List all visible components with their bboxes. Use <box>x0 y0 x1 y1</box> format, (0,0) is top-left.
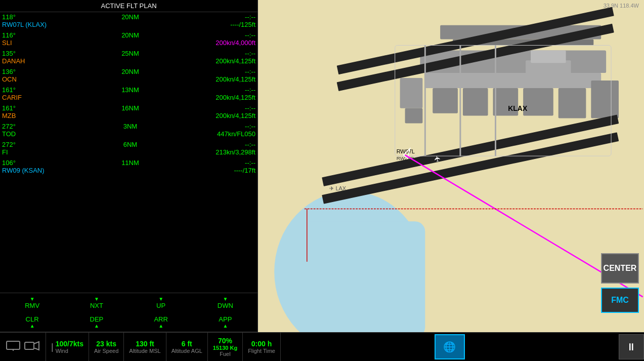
map-panel: 33.9N 118.4W <box>258 0 644 332</box>
time-5: --:-- <box>245 86 255 94</box>
airspeed-label: Air Speed <box>94 348 118 354</box>
speed-9: ----/17ft <box>234 167 255 174</box>
app-arrow: ▲ <box>223 323 228 329</box>
up-button[interactable]: ▼ UP <box>129 295 193 310</box>
fuel-kg: 15130 Kg <box>213 345 237 351</box>
altitude-agl-display: 6 ft Altitude AGL <box>166 333 208 361</box>
wind-label: Wind <box>56 348 83 354</box>
svg-rect-9 <box>523 88 553 116</box>
app-label: APP <box>219 315 232 323</box>
bearing-2: 116° <box>2 31 16 39</box>
pause-button[interactable]: ⏸ <box>619 334 644 359</box>
waypoint-8: FI <box>2 148 8 156</box>
svg-rect-13 <box>531 50 566 63</box>
svg-rect-5 <box>425 73 601 88</box>
dwn-button[interactable]: ▼ DWN <box>193 295 257 310</box>
globe-button[interactable]: 🌐 <box>435 334 465 359</box>
svg-rect-37 <box>25 342 34 349</box>
fp-bottom-buttons: CLR ▲ DEP ▲ ARR ▲ APP ▲ <box>0 312 257 332</box>
fuel-label: Fuel <box>220 351 230 357</box>
altitude-agl-value: 6 ft <box>182 340 192 348</box>
video-camera-icon[interactable] <box>24 341 39 353</box>
speed-7: 447kn/FL050 <box>217 130 255 138</box>
time-7: --:-- <box>245 123 255 130</box>
bearing-4: 136° <box>2 68 16 75</box>
wind-value: 100/7kts <box>56 340 83 348</box>
bearing-8: 272° <box>2 141 16 148</box>
fuel-percent: 70% <box>218 337 232 345</box>
screen-icon[interactable] <box>6 341 20 353</box>
flight-plan-list: 118° 20NM --:-- RW07L (KLAX) ----/125ft … <box>0 12 257 293</box>
time-6: --:-- <box>245 104 255 112</box>
nxt-button[interactable]: ▼ NXT <box>64 295 128 310</box>
pause-icon: ⏸ <box>626 341 636 353</box>
camera-controls <box>0 333 46 361</box>
svg-rect-11 <box>591 81 619 118</box>
dep-arrow: ▲ <box>94 323 99 329</box>
svg-marker-38 <box>34 342 39 350</box>
speed-8: 213kn/3,298ft <box>216 148 255 156</box>
waypoint-2: SLI <box>2 39 12 47</box>
speed-1: ----/125ft <box>230 21 255 28</box>
status-bar: | 100/7kts Wind 23 kts Air Speed 130 ft … <box>0 332 644 361</box>
svg-rect-20 <box>395 45 611 156</box>
altitude-msl-label: Altitude MSL <box>129 348 160 354</box>
time-2: --:-- <box>245 31 255 39</box>
time-9: --:-- <box>245 159 255 167</box>
speed-3: 200kn/4,125ft <box>216 57 255 65</box>
coords-text: 33.9N 118.4W <box>604 3 639 9</box>
app-button[interactable]: APP ▲ <box>193 314 257 330</box>
waypoint-7: TOD <box>2 130 16 138</box>
arr-arrow: ▲ <box>158 323 163 329</box>
arr-button[interactable]: ARR ▲ <box>129 314 193 330</box>
altitude-msl-value: 130 ft <box>136 340 154 348</box>
coords-display: 33.9N 118.4W <box>604 3 639 9</box>
list-item: 118° 20NM --:-- RW07L (KLAX) ----/125ft <box>2 13 255 28</box>
time-1: --:-- <box>245 13 255 21</box>
dist-5: 13NM <box>121 86 139 94</box>
svg-rect-17 <box>337 24 614 91</box>
fmc-label: FMC <box>611 296 629 305</box>
center-button[interactable]: CENTER <box>601 253 639 284</box>
dep-button[interactable]: DEP ▲ <box>64 314 128 330</box>
svg-rect-3 <box>453 39 593 46</box>
wind-display: | 100/7kts Wind <box>46 333 89 361</box>
dist-4: 20NM <box>121 68 139 75</box>
dist-2: 20NM <box>121 31 139 39</box>
waypoint-9: RW09 (KSAN) <box>2 167 45 174</box>
speed-2: 200kn/4,000ft <box>216 39 255 47</box>
wind-direction-indicator: | <box>51 342 54 352</box>
svg-rect-2 <box>440 25 601 39</box>
bearing-5: 161° <box>2 86 16 94</box>
speed-4: 200kn/4,125ft <box>216 75 255 83</box>
airspeed-display: 23 kts Air Speed <box>89 333 124 361</box>
list-item: 272° 3NM --:-- TOD 447kn/FL050 <box>2 123 255 138</box>
header-title: ACTIVE FLT PLAN <box>101 2 156 10</box>
clr-button[interactable]: CLR ▲ <box>0 314 64 330</box>
svg-rect-10 <box>559 88 586 118</box>
fp-top-buttons: ▼ RMV ▼ NXT ▼ UP ▼ DWN <box>0 293 257 312</box>
flight-time-display: 0:00 h Flight Time <box>243 333 281 361</box>
dist-6: 16NM <box>121 104 139 112</box>
list-item: 116° 20NM --:-- SLI 200kn/4,000ft <box>2 31 255 47</box>
waypoint-3: DANAH <box>2 57 25 65</box>
dwn-label: DWN <box>218 302 233 309</box>
svg-rect-7 <box>463 88 488 116</box>
bearing-7: 272° <box>2 123 16 130</box>
clr-label: CLR <box>26 315 39 323</box>
bearing-1: 118° <box>2 13 16 21</box>
rmv-button[interactable]: ▼ RMV <box>0 295 64 310</box>
bearing-6: 161° <box>2 104 16 112</box>
fmc-button[interactable]: FMC <box>601 288 639 313</box>
time-3: --:-- <box>245 50 255 57</box>
waypoint-4: OCN <box>2 75 17 83</box>
speed-5: 200kn/4,125ft <box>216 94 255 101</box>
flight-time-label: Flight Time <box>248 348 275 354</box>
list-item: 161° 13NM --:-- CARIF 200kn/4,125ft <box>2 86 255 101</box>
dep-label: DEP <box>90 315 104 323</box>
svg-text:✈: ✈ <box>433 155 442 163</box>
svg-marker-29 <box>404 148 410 158</box>
clr-arrow: ▲ <box>30 323 35 329</box>
fuel-display: 70% 15130 Kg Fuel <box>208 333 243 361</box>
airspeed-value: 23 kts <box>96 340 116 348</box>
